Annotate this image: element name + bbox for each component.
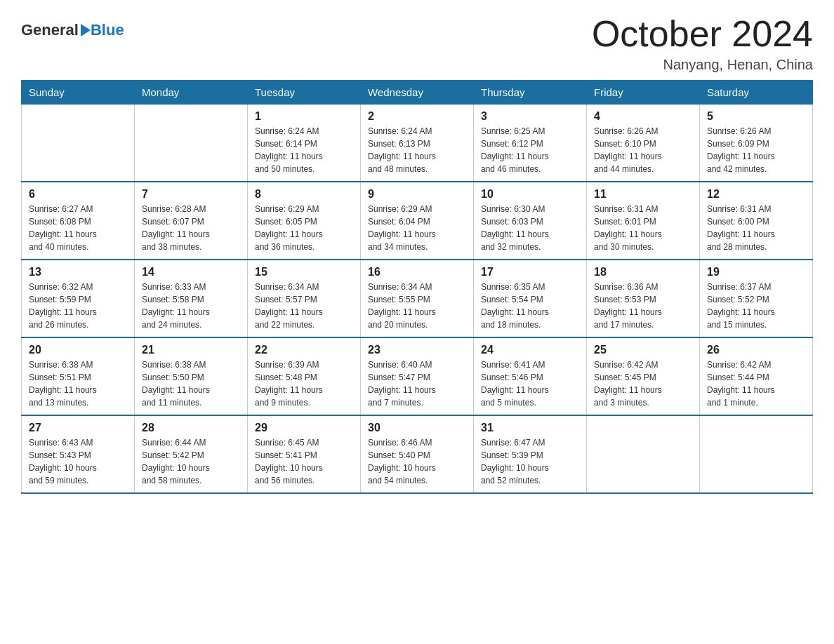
calendar-cell: 18Sunrise: 6:36 AM Sunset: 5:53 PM Dayli…	[587, 260, 700, 337]
day-info: Sunrise: 6:31 AM Sunset: 6:00 PM Dayligh…	[707, 204, 775, 252]
day-info: Sunrise: 6:29 AM Sunset: 6:05 PM Dayligh…	[255, 204, 323, 252]
logo: General Blue	[21, 21, 124, 39]
day-info: Sunrise: 6:44 AM Sunset: 5:42 PM Dayligh…	[142, 438, 210, 485]
day-number: 14	[142, 266, 240, 279]
calendar-week-4: 20Sunrise: 6:38 AM Sunset: 5:51 PM Dayli…	[22, 337, 813, 415]
day-number: 29	[255, 422, 353, 434]
calendar-cell: 1Sunrise: 6:24 AM Sunset: 6:14 PM Daylig…	[248, 105, 361, 182]
col-tuesday: Tuesday	[248, 81, 361, 105]
calendar-week-2: 6Sunrise: 6:27 AM Sunset: 6:08 PM Daylig…	[22, 182, 813, 260]
col-wednesday: Wednesday	[361, 81, 474, 105]
day-number: 20	[29, 344, 127, 356]
day-number: 25	[594, 344, 692, 356]
day-number: 15	[255, 266, 353, 279]
title-block: October 2024 Nanyang, Henan, China	[592, 14, 813, 73]
day-info: Sunrise: 6:27 AM Sunset: 6:08 PM Dayligh…	[29, 204, 97, 252]
calendar-cell: 24Sunrise: 6:41 AM Sunset: 5:46 PM Dayli…	[474, 337, 587, 415]
day-info: Sunrise: 6:42 AM Sunset: 5:45 PM Dayligh…	[594, 360, 662, 408]
day-info: Sunrise: 6:47 AM Sunset: 5:39 PM Dayligh…	[481, 438, 549, 485]
day-info: Sunrise: 6:46 AM Sunset: 5:40 PM Dayligh…	[368, 438, 436, 485]
day-number: 26	[707, 344, 805, 356]
day-info: Sunrise: 6:38 AM Sunset: 5:51 PM Dayligh…	[29, 360, 97, 408]
day-info: Sunrise: 6:33 AM Sunset: 5:58 PM Dayligh…	[142, 282, 210, 330]
day-number: 6	[29, 188, 127, 201]
day-number: 3	[481, 110, 579, 123]
day-info: Sunrise: 6:38 AM Sunset: 5:50 PM Dayligh…	[142, 360, 210, 408]
day-number: 12	[707, 188, 805, 201]
calendar-cell: 9Sunrise: 6:29 AM Sunset: 6:04 PM Daylig…	[361, 182, 474, 260]
day-info: Sunrise: 6:25 AM Sunset: 6:12 PM Dayligh…	[481, 126, 549, 174]
calendar-cell: 6Sunrise: 6:27 AM Sunset: 6:08 PM Daylig…	[22, 182, 135, 260]
day-info: Sunrise: 6:39 AM Sunset: 5:48 PM Dayligh…	[255, 360, 323, 408]
calendar-cell: 7Sunrise: 6:28 AM Sunset: 6:07 PM Daylig…	[135, 182, 248, 260]
logo-text-general: General	[21, 21, 79, 39]
calendar-cell: 23Sunrise: 6:40 AM Sunset: 5:47 PM Dayli…	[361, 337, 474, 415]
day-info: Sunrise: 6:45 AM Sunset: 5:41 PM Dayligh…	[255, 438, 323, 485]
calendar-cell: 11Sunrise: 6:31 AM Sunset: 6:01 PM Dayli…	[587, 182, 700, 260]
day-number: 17	[481, 266, 579, 279]
day-info: Sunrise: 6:24 AM Sunset: 6:14 PM Dayligh…	[255, 126, 323, 174]
calendar-cell: 27Sunrise: 6:43 AM Sunset: 5:43 PM Dayli…	[22, 415, 135, 493]
day-info: Sunrise: 6:40 AM Sunset: 5:47 PM Dayligh…	[368, 360, 436, 408]
day-number: 1	[255, 110, 353, 123]
calendar-cell: 31Sunrise: 6:47 AM Sunset: 5:39 PM Dayli…	[474, 415, 587, 493]
day-info: Sunrise: 6:26 AM Sunset: 6:09 PM Dayligh…	[707, 126, 775, 174]
calendar-week-1: 1Sunrise: 6:24 AM Sunset: 6:14 PM Daylig…	[22, 105, 813, 182]
day-number: 18	[594, 266, 692, 279]
calendar-cell	[587, 415, 700, 493]
day-info: Sunrise: 6:41 AM Sunset: 5:46 PM Dayligh…	[481, 360, 549, 408]
calendar-cell: 28Sunrise: 6:44 AM Sunset: 5:42 PM Dayli…	[135, 415, 248, 493]
calendar-cell	[135, 105, 248, 182]
day-number: 23	[368, 344, 466, 356]
day-number: 22	[255, 344, 353, 356]
calendar-cell: 13Sunrise: 6:32 AM Sunset: 5:59 PM Dayli…	[22, 260, 135, 337]
day-info: Sunrise: 6:42 AM Sunset: 5:44 PM Dayligh…	[707, 360, 775, 408]
day-number: 21	[142, 344, 240, 356]
calendar-cell: 14Sunrise: 6:33 AM Sunset: 5:58 PM Dayli…	[135, 260, 248, 337]
calendar-cell: 26Sunrise: 6:42 AM Sunset: 5:44 PM Dayli…	[700, 337, 813, 415]
logo-general-text: General	[21, 21, 91, 39]
calendar-cell: 20Sunrise: 6:38 AM Sunset: 5:51 PM Dayli…	[22, 337, 135, 415]
col-thursday: Thursday	[474, 81, 587, 105]
day-info: Sunrise: 6:35 AM Sunset: 5:54 PM Dayligh…	[481, 282, 549, 330]
calendar-week-3: 13Sunrise: 6:32 AM Sunset: 5:59 PM Dayli…	[22, 260, 813, 337]
day-number: 8	[255, 188, 353, 201]
col-friday: Friday	[587, 81, 700, 105]
calendar-cell: 10Sunrise: 6:30 AM Sunset: 6:03 PM Dayli…	[474, 182, 587, 260]
day-number: 16	[368, 266, 466, 279]
day-number: 13	[29, 266, 127, 279]
day-number: 19	[707, 266, 805, 279]
col-sunday: Sunday	[22, 81, 135, 105]
calendar-cell: 22Sunrise: 6:39 AM Sunset: 5:48 PM Dayli…	[248, 337, 361, 415]
logo-arrow-icon	[81, 24, 91, 36]
calendar-table: Sunday Monday Tuesday Wednesday Thursday…	[21, 80, 813, 494]
day-info: Sunrise: 6:29 AM Sunset: 6:04 PM Dayligh…	[368, 204, 436, 252]
calendar-cell: 15Sunrise: 6:34 AM Sunset: 5:57 PM Dayli…	[248, 260, 361, 337]
day-info: Sunrise: 6:34 AM Sunset: 5:55 PM Dayligh…	[368, 282, 436, 330]
day-info: Sunrise: 6:32 AM Sunset: 5:59 PM Dayligh…	[29, 282, 97, 330]
day-number: 10	[481, 188, 579, 201]
calendar-cell: 3Sunrise: 6:25 AM Sunset: 6:12 PM Daylig…	[474, 105, 587, 182]
day-info: Sunrise: 6:28 AM Sunset: 6:07 PM Dayligh…	[142, 204, 210, 252]
page-header: General Blue October 2024 Nanyang, Henan…	[21, 14, 813, 73]
location-text: Nanyang, Henan, China	[592, 57, 813, 73]
day-info: Sunrise: 6:24 AM Sunset: 6:13 PM Dayligh…	[368, 126, 436, 174]
calendar-week-5: 27Sunrise: 6:43 AM Sunset: 5:43 PM Dayli…	[22, 415, 813, 493]
calendar-cell: 5Sunrise: 6:26 AM Sunset: 6:09 PM Daylig…	[700, 105, 813, 182]
calendar-cell: 21Sunrise: 6:38 AM Sunset: 5:50 PM Dayli…	[135, 337, 248, 415]
calendar-header-row: Sunday Monday Tuesday Wednesday Thursday…	[22, 81, 813, 105]
day-number: 4	[594, 110, 692, 123]
calendar-cell	[700, 415, 813, 493]
day-number: 31	[481, 422, 579, 434]
day-number: 7	[142, 188, 240, 201]
calendar-cell: 4Sunrise: 6:26 AM Sunset: 6:10 PM Daylig…	[587, 105, 700, 182]
day-number: 30	[368, 422, 466, 434]
calendar-cell	[22, 105, 135, 182]
day-info: Sunrise: 6:37 AM Sunset: 5:52 PM Dayligh…	[707, 282, 775, 330]
logo-blue-text: Blue	[91, 21, 124, 39]
day-number: 24	[481, 344, 579, 356]
day-info: Sunrise: 6:26 AM Sunset: 6:10 PM Dayligh…	[594, 126, 662, 174]
calendar-cell: 2Sunrise: 6:24 AM Sunset: 6:13 PM Daylig…	[361, 105, 474, 182]
calendar-cell: 8Sunrise: 6:29 AM Sunset: 6:05 PM Daylig…	[248, 182, 361, 260]
day-number: 28	[142, 422, 240, 434]
